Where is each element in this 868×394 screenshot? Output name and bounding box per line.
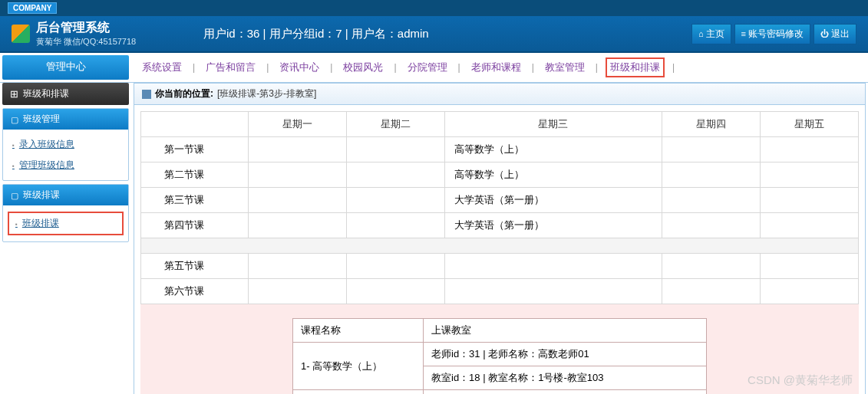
sidebar-link-class-schedule[interactable]: 班级排课 <box>8 212 124 235</box>
logo-text: 后台管理系统 黄菊华 微信/QQ:45157718 <box>36 20 136 48</box>
grid-icon <box>10 88 18 100</box>
nav-item-teacher[interactable]: 老师和课程 <box>468 59 524 76</box>
top-header: COMPANY 后台管理系统 黄菊华 微信/QQ:45157718 用户id：3… <box>0 0 868 53</box>
logo-icon <box>12 25 30 43</box>
logo-area: 后台管理系统 黄菊华 微信/QQ:45157718 <box>12 20 203 48</box>
info-room: 教室id：18 | 教室名称：1号楼-教室103 <box>424 366 707 390</box>
logout-button[interactable]: ⏻退出 <box>814 24 856 44</box>
info-course: 1- 高等数学（上） <box>293 343 424 390</box>
nav-item-college[interactable]: 分院管理 <box>404 59 451 76</box>
home-label: 主页 <box>706 28 724 41</box>
schedule-cell[interactable] <box>761 163 859 188</box>
sidebar-section-header[interactable]: 班级管理 <box>3 109 128 130</box>
schedule-cell[interactable] <box>761 279 859 304</box>
period-cell: 第四节课 <box>141 213 249 238</box>
period-cell: 第六节课 <box>141 279 249 304</box>
body-area: 班级和排课 班级管理 录入班级信息 管理班级信息 班级排课 班级排课 你 <box>0 83 868 394</box>
password-button[interactable]: ≡账号密码修改 <box>734 24 810 44</box>
box-icon <box>11 190 18 201</box>
schedule-cell[interactable]: 高等数学（上） <box>444 163 662 188</box>
schedule-cell[interactable] <box>662 163 761 188</box>
company-tag: COMPANY <box>8 2 57 14</box>
schedule-cell[interactable] <box>662 254 761 279</box>
nav-item-news[interactable]: 资讯中心 <box>276 59 322 76</box>
schedule-cell[interactable] <box>346 213 444 238</box>
schedule-header-row: 星期一 星期二 星期三 星期四 星期五 <box>141 112 859 137</box>
table-row: 第一节课 高等数学（上） <box>141 137 859 163</box>
table-row: 第五节课 <box>141 254 859 279</box>
sidebar-link-manage-class[interactable]: 管理班级信息 <box>6 155 125 176</box>
schedule-cell[interactable] <box>761 213 859 238</box>
nav-item-schedule[interactable]: 班级和排课 <box>606 57 665 77</box>
schedule-cell[interactable] <box>249 254 347 279</box>
site-subtitle: 黄菊华 微信/QQ:45157718 <box>36 36 136 48</box>
schedule-cell[interactable] <box>346 279 444 304</box>
info-teacher: 老师id：31 | 老师名称：高数老师01 <box>424 343 707 366</box>
schedule-header-fri: 星期五 <box>761 112 859 137</box>
period-cell: 第二节课 <box>141 163 249 188</box>
sidebar-header: 班级和排课 <box>2 83 129 105</box>
nav-item-ads[interactable]: 广告和留言 <box>203 59 259 76</box>
nav-item-system[interactable]: 系统设置 <box>139 59 185 76</box>
course-info-panel: 课程名称 上课教室 1- 高等数学（上） 老师id：31 | 老师名称：高数老师… <box>140 304 859 394</box>
schedule-cell[interactable] <box>662 137 761 163</box>
schedule-cell[interactable]: 大学英语（第一册） <box>444 213 662 238</box>
schedule-cell[interactable] <box>249 213 347 238</box>
info-teacher: 老师id：32 | 老师名称：英语老师01 <box>424 390 707 395</box>
schedule-cell[interactable] <box>662 188 761 213</box>
sidebar-section-header[interactable]: 班级排课 <box>3 185 128 205</box>
company-bar: COMPANY <box>0 0 868 16</box>
schedule-cell[interactable] <box>444 279 662 304</box>
schedule-header-mon: 星期一 <box>249 112 347 137</box>
schedule-cell[interactable] <box>346 188 444 213</box>
period-cell: 第一节课 <box>141 137 249 163</box>
schedule-cell[interactable] <box>761 188 859 213</box>
schedule-cell[interactable] <box>761 137 859 163</box>
sidebar-section-schedule: 班级排课 班级排课 <box>2 184 129 242</box>
schedule-cell[interactable] <box>444 254 662 279</box>
info-row: 2- 大学英语（第一册） 老师id：32 | 老师名称：英语老师01 <box>293 390 707 395</box>
main-content: 你当前的位置: [班级排课-第3步-排教室] 星期一 星期二 星期三 星期四 星… <box>134 83 866 394</box>
schedule-header-tue: 星期二 <box>346 112 444 137</box>
nav-separator: | <box>394 62 396 73</box>
schedule-cell[interactable] <box>249 163 347 188</box>
period-cell: 第五节课 <box>141 254 249 279</box>
management-center[interactable]: 管理中心 <box>2 55 129 80</box>
nav-separator: | <box>193 62 195 73</box>
sidebar-section-label: 班级排课 <box>23 189 60 202</box>
schedule-header-thu: 星期四 <box>662 112 761 137</box>
schedule-cell[interactable] <box>662 279 761 304</box>
table-row: 第四节课 大学英语（第一册） <box>141 213 859 238</box>
header-actions: ⌂主页 ≡账号密码修改 ⏻退出 <box>691 24 856 44</box>
sidebar-section-label: 班级管理 <box>23 113 60 126</box>
nav-separator: | <box>458 62 460 73</box>
schedule-wrap: 星期一 星期二 星期三 星期四 星期五 第一节课 高等数学（上） <box>134 105 865 394</box>
schedule-cell[interactable] <box>346 254 444 279</box>
home-icon: ⌂ <box>698 29 704 38</box>
table-spacer <box>141 238 859 254</box>
schedule-cell[interactable] <box>249 188 347 213</box>
schedule-cell[interactable] <box>346 163 444 188</box>
breadcrumb-label: 你当前的位置: <box>155 87 213 100</box>
home-button[interactable]: ⌂主页 <box>691 24 731 44</box>
nav-item-campus[interactable]: 校园风光 <box>340 59 386 76</box>
info-header-row: 课程名称 上课教室 <box>293 319 707 343</box>
schedule-cell[interactable]: 大学英语（第一册） <box>444 188 662 213</box>
schedule-cell[interactable] <box>249 279 347 304</box>
sidebar-links: 录入班级信息 管理班级信息 <box>3 130 128 180</box>
schedule-cell[interactable] <box>346 137 444 163</box>
schedule-cell[interactable] <box>249 137 347 163</box>
sidebar-link-input-class[interactable]: 录入班级信息 <box>6 134 125 155</box>
schedule-cell[interactable] <box>761 254 859 279</box>
logout-label: 退出 <box>831 28 850 41</box>
info-row: 1- 高等数学（上） 老师id：31 | 老师名称：高数老师01 <box>293 343 707 366</box>
schedule-cell[interactable] <box>662 213 761 238</box>
nav-separator: | <box>596 62 598 73</box>
sidebar-links: 班级排课 <box>3 205 128 241</box>
nav-item-classroom[interactable]: 教室管理 <box>542 59 588 76</box>
power-icon: ⏻ <box>820 29 829 38</box>
nav-separator: | <box>266 62 269 73</box>
schedule-cell[interactable]: 高等数学（上） <box>444 137 662 163</box>
info-header-course: 课程名称 <box>293 319 424 343</box>
breadcrumb-path: [班级排课-第3步-排教室] <box>217 87 316 100</box>
